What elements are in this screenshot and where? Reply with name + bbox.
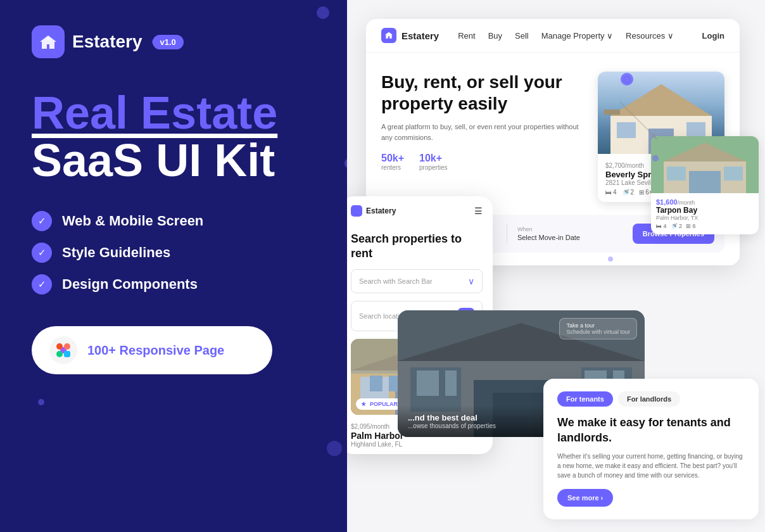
mobile-hero-title: Search properties to rent xyxy=(347,225,493,262)
svg-line-41 xyxy=(619,101,657,139)
web-logo: Estatery xyxy=(381,28,439,43)
second-spec-baths: 🚿 2 xyxy=(671,223,683,229)
see-more-button[interactable]: See more › xyxy=(557,489,613,507)
web-logo-icon xyxy=(381,28,396,43)
feature-design: ✓ Design Components xyxy=(32,274,348,294)
gear-icon: ⚙ xyxy=(622,73,632,87)
svg-rect-25 xyxy=(370,376,382,391)
headline-line2: SaaS UI Kit xyxy=(32,136,348,186)
bottom-description: Whether it's selling your current home, … xyxy=(557,452,745,480)
decor-dot-2 xyxy=(317,6,329,19)
tab-landlords[interactable]: For landlords xyxy=(618,391,680,407)
brand-name: Estatery xyxy=(72,32,142,52)
stat-properties: 10k+ properties xyxy=(419,153,447,171)
feature-label-3: Design Components xyxy=(62,276,198,293)
virtual-tour-button[interactable]: Take a tour Schedule with virtual tour xyxy=(559,318,637,339)
svg-rect-3 xyxy=(56,343,63,350)
headline-line1: Real Estate xyxy=(32,90,348,136)
second-prop-name: Tarpon Bay xyxy=(656,206,754,215)
mobile-dropdown-icon[interactable]: ∨ xyxy=(468,276,474,286)
web-nav-links: Rent Buy Sell Manage Property ∨ Resource… xyxy=(458,31,683,41)
web-navbar: Estatery Rent Buy Sell Manage Property ∨… xyxy=(366,19,740,53)
mobile-search-bar[interactable]: Search with Search Bar ∨ xyxy=(351,269,483,293)
feature-label-1: Web & Mobile Screen xyxy=(62,213,203,229)
web-brand-name: Estatery xyxy=(401,30,439,41)
web-stats: 50k+ renters 10k+ properties xyxy=(381,153,585,171)
decor-dot-right2 xyxy=(608,256,613,262)
second-property-card: $1,600/month Tarpon Bay Palm Harbor, TX … xyxy=(651,136,759,234)
arrow-decoration xyxy=(619,101,657,139)
figma-logo-icon xyxy=(49,336,77,364)
search-divider xyxy=(507,224,507,243)
second-spec-area: ⊞ 6 xyxy=(686,223,696,229)
figma-btn-label: 100+ Responsive Page xyxy=(87,343,224,358)
decor-dot-5 xyxy=(38,399,44,405)
second-prop-specs: 🛏 4 🚿 2 ⊞ 6 xyxy=(656,223,754,229)
decor-dot-1 xyxy=(152,38,160,46)
feature-list: ✓ Web & Mobile Screen ✓ Style Guidelines… xyxy=(32,211,348,294)
stat-renters-num: 50k+ xyxy=(381,153,404,164)
check-icon-2: ✓ xyxy=(32,243,52,263)
svg-rect-6 xyxy=(64,351,70,357)
second-price: $1,600/month xyxy=(656,198,754,206)
bottom-title: We make it easy for tenants and landlord… xyxy=(557,415,745,445)
stat-properties-label: properties xyxy=(419,164,447,171)
stat-renters: 50k+ renters xyxy=(381,153,404,171)
headline: Real Estate SaaS UI Kit xyxy=(32,90,348,186)
nav-link-manage[interactable]: Manage Property ∨ xyxy=(541,31,613,41)
stat-renters-label: renters xyxy=(381,164,404,171)
svg-rect-4 xyxy=(64,343,70,350)
svg-rect-5 xyxy=(56,351,63,357)
tab-row: For tenants For landlords xyxy=(557,391,745,407)
feature-style: ✓ Style Guidelines xyxy=(32,243,348,263)
mobile-logo: Estatery xyxy=(351,205,396,217)
svg-rect-16 xyxy=(689,171,721,193)
logo-row: Estatery v1.0 xyxy=(32,25,348,58)
nav-link-buy[interactable]: Buy xyxy=(488,31,502,41)
svg-point-0 xyxy=(46,37,50,41)
figma-button[interactable]: 100+ Responsive Page xyxy=(32,326,272,374)
svg-rect-18 xyxy=(724,167,743,180)
feature-web-mobile: ✓ Web & Mobile Screen xyxy=(32,211,348,231)
spec-baths: 🚿 2 xyxy=(622,189,635,196)
check-icon-1: ✓ xyxy=(32,211,52,231)
mobile-brand-name: Estatery xyxy=(366,206,396,215)
web-hero-title: Buy, rent, or sell your property easily xyxy=(381,72,585,114)
feature-label-2: Style Guidelines xyxy=(62,244,170,261)
when-label: When xyxy=(517,226,623,232)
nav-link-rent[interactable]: Rent xyxy=(458,31,475,41)
mobile-prop-location: Highland Lake, FL xyxy=(351,441,483,448)
logo-icon xyxy=(32,25,65,58)
hamburger-icon[interactable]: ☰ xyxy=(474,206,483,216)
tab-tenants[interactable]: For tenants xyxy=(557,391,613,407)
check-icon-3: ✓ xyxy=(32,274,52,294)
mobile-search-text: Search with Search Bar xyxy=(359,277,433,285)
left-panel: Estatery v1.0 Real Estate SaaS UI Kit ✓ … xyxy=(0,0,380,532)
web-hero-description: A great platform to buy, sell, or even r… xyxy=(381,122,585,142)
svg-rect-17 xyxy=(667,167,686,180)
mobile-navbar: Estatery ☰ xyxy=(347,196,493,225)
web-hero-text: Buy, rent, or sell your property easily … xyxy=(381,72,585,202)
second-prop-addr: Palm Harbor, TX xyxy=(656,215,754,221)
nav-link-resources[interactable]: Resources ∨ xyxy=(626,31,674,41)
right-panel: Estatery Rent Buy Sell Manage Property ∨… xyxy=(347,0,765,532)
svg-rect-12 xyxy=(604,110,620,115)
nav-link-sell[interactable]: Sell xyxy=(515,31,529,41)
web-when-field: When Select Move-in Date xyxy=(517,226,623,241)
stat-properties-num: 10k+ xyxy=(419,153,447,164)
second-spec-beds: 🛏 4 xyxy=(656,223,667,229)
spec-beds: 🛏 4 xyxy=(605,189,617,196)
decor-dot-right xyxy=(652,155,659,162)
popular-badge: ★ POPULAR xyxy=(356,398,403,410)
second-property-info: $1,600/month Tarpon Bay Palm Harbor, TX … xyxy=(651,193,759,234)
login-button[interactable]: Login xyxy=(702,31,724,41)
when-value: Select Move-in Date xyxy=(517,234,623,241)
bottom-section: For tenants For landlords We make it eas… xyxy=(543,379,759,519)
decor-dot-4 xyxy=(327,441,342,456)
mobile-logo-icon xyxy=(351,205,362,217)
